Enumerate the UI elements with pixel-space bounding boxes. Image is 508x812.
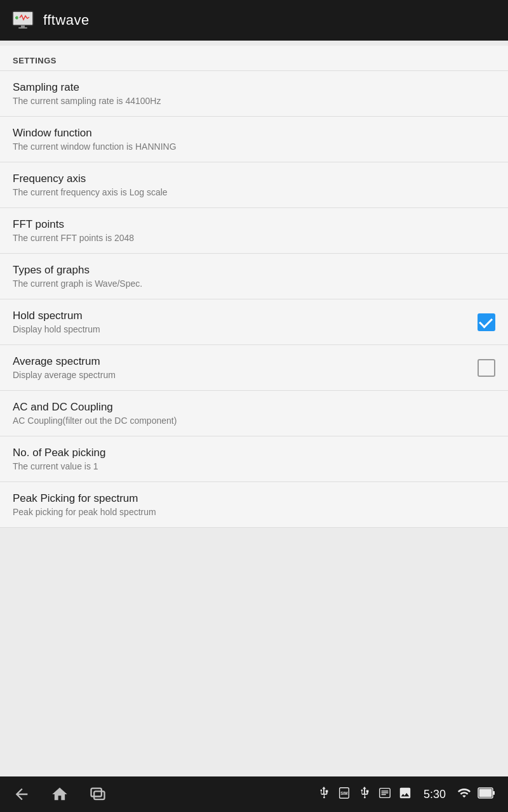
settings-item-frequency-axis-subtitle: The current frequency axis is Log scale bbox=[13, 187, 495, 197]
battery-status-icon bbox=[478, 786, 495, 800]
settings-item-average-spectrum[interactable]: Average spectrum Display average spectru… bbox=[0, 345, 508, 391]
settings-item-no-peak-picking-subtitle: The current value is 1 bbox=[13, 461, 495, 471]
settings-item-sampling-rate-title: Sampling rate bbox=[13, 81, 495, 94]
settings-item-window-function-subtitle: The current window function is HANNING bbox=[13, 141, 495, 152]
usb-storage-status-icon bbox=[358, 786, 371, 800]
news-icon: NEWS bbox=[378, 786, 392, 802]
settings-item-hold-spectrum-text: Hold spectrum Display hold spectrum bbox=[13, 310, 467, 334]
usb-icon bbox=[317, 786, 331, 802]
settings-item-no-peak-picking-text: No. of Peak picking The current value is… bbox=[13, 447, 495, 471]
hold-spectrum-checkbox[interactable] bbox=[478, 313, 495, 331]
settings-item-fft-points[interactable]: FFT points The current FFT points is 204… bbox=[0, 208, 508, 254]
settings-item-average-spectrum-title: Average spectrum bbox=[13, 355, 467, 368]
nav-left bbox=[13, 785, 107, 803]
app-icon bbox=[10, 8, 36, 33]
svg-rect-10 bbox=[381, 790, 388, 791]
main-content: SETTINGS Sampling rate The current sampl… bbox=[0, 41, 508, 776]
settings-item-hold-spectrum-subtitle: Display hold spectrum bbox=[13, 324, 467, 334]
sim-icon: SIM bbox=[337, 786, 351, 802]
settings-item-ac-dc-coupling-text: AC and DC Coupling AC Coupling(filter ou… bbox=[13, 401, 495, 426]
settings-item-window-function[interactable]: Window function The current window funct… bbox=[0, 117, 508, 162]
settings-item-hold-spectrum-title: Hold spectrum bbox=[13, 310, 467, 322]
status-time: 5:30 bbox=[424, 788, 446, 801]
svg-rect-6 bbox=[94, 791, 104, 799]
usb-storage-icon bbox=[358, 786, 371, 802]
home-icon bbox=[51, 785, 69, 803]
nav-right: SIM NEWS 5:30 bbox=[317, 786, 495, 802]
settings-item-peak-picking-spectrum-subtitle: Peak picking for peak hold spectrum bbox=[13, 507, 495, 517]
settings-item-no-peak-picking[interactable]: No. of Peak picking The current value is… bbox=[0, 436, 508, 482]
wifi-icon bbox=[457, 786, 471, 802]
settings-item-types-of-graphs-subtitle: The current graph is Wave/Spec. bbox=[13, 278, 495, 289]
wifi-status-icon bbox=[457, 786, 471, 800]
back-button[interactable] bbox=[13, 785, 30, 803]
settings-item-peak-picking-spectrum-text: Peak Picking for spectrum Peak picking f… bbox=[13, 492, 495, 517]
settings-item-fft-points-title: FFT points bbox=[13, 218, 495, 231]
svg-rect-16 bbox=[493, 791, 495, 795]
gallery-status-icon bbox=[398, 786, 412, 800]
svg-rect-5 bbox=[91, 789, 102, 797]
recents-icon bbox=[89, 785, 107, 803]
settings-item-window-function-title: Window function bbox=[13, 127, 495, 140]
back-icon bbox=[13, 785, 30, 803]
settings-item-hold-spectrum[interactable]: Hold spectrum Display hold spectrum bbox=[0, 299, 508, 345]
settings-item-peak-picking-spectrum-title: Peak Picking for spectrum bbox=[13, 492, 495, 505]
settings-item-ac-dc-coupling[interactable]: AC and DC Coupling AC Coupling(filter ou… bbox=[0, 391, 508, 436]
average-spectrum-checkbox[interactable] bbox=[478, 359, 495, 377]
average-spectrum-control[interactable] bbox=[478, 359, 495, 377]
settings-section: SETTINGS Sampling rate The current sampl… bbox=[0, 46, 508, 528]
settings-item-average-spectrum-text: Average spectrum Display average spectru… bbox=[13, 355, 467, 380]
settings-item-sampling-rate-text: Sampling rate The current sampling rate … bbox=[13, 81, 495, 106]
settings-item-frequency-axis-text: Frequency axis The current frequency axi… bbox=[13, 173, 495, 197]
settings-item-frequency-axis[interactable]: Frequency axis The current frequency axi… bbox=[0, 162, 508, 208]
settings-item-types-of-graphs-title: Types of graphs bbox=[13, 264, 495, 277]
news-status-icon: NEWS bbox=[378, 786, 392, 800]
svg-rect-4 bbox=[18, 27, 27, 29]
settings-item-fft-points-text: FFT points The current FFT points is 204… bbox=[13, 218, 495, 243]
settings-item-sampling-rate-subtitle: The current sampling rate is 44100Hz bbox=[13, 96, 495, 106]
settings-item-types-of-graphs[interactable]: Types of graphs The current graph is Wav… bbox=[0, 254, 508, 299]
svg-rect-15 bbox=[479, 789, 492, 797]
settings-item-peak-picking-spectrum[interactable]: Peak Picking for spectrum Peak picking f… bbox=[0, 482, 508, 528]
settings-header: SETTINGS bbox=[0, 46, 508, 71]
nav-bar: SIM NEWS 5:30 bbox=[0, 776, 508, 812]
recents-button[interactable] bbox=[89, 785, 107, 803]
usb-status-icon bbox=[317, 786, 331, 800]
settings-item-fft-points-subtitle: The current FFT points is 2048 bbox=[13, 233, 495, 243]
svg-text:SIM: SIM bbox=[340, 791, 347, 796]
gallery-icon bbox=[398, 786, 412, 802]
settings-item-frequency-axis-title: Frequency axis bbox=[13, 173, 495, 185]
settings-item-sampling-rate[interactable]: Sampling rate The current sampling rate … bbox=[0, 71, 508, 117]
settings-item-average-spectrum-subtitle: Display average spectrum bbox=[13, 370, 467, 380]
battery-icon bbox=[478, 786, 495, 802]
settings-item-ac-dc-coupling-title: AC and DC Coupling bbox=[13, 401, 495, 414]
app-logo-icon bbox=[11, 9, 34, 32]
settings-item-window-function-text: Window function The current window funct… bbox=[13, 127, 495, 152]
settings-item-no-peak-picking-title: No. of Peak picking bbox=[13, 447, 495, 459]
app-title: fftwave bbox=[43, 12, 90, 29]
sim-status-icon: SIM bbox=[337, 786, 351, 800]
home-button[interactable] bbox=[51, 785, 69, 803]
settings-item-types-of-graphs-text: Types of graphs The current graph is Wav… bbox=[13, 264, 495, 289]
app-bar: fftwave bbox=[0, 0, 508, 41]
hold-spectrum-control[interactable] bbox=[478, 313, 495, 331]
settings-item-ac-dc-coupling-subtitle: AC Coupling(filter out the DC component) bbox=[13, 416, 495, 426]
svg-rect-3 bbox=[21, 25, 25, 27]
